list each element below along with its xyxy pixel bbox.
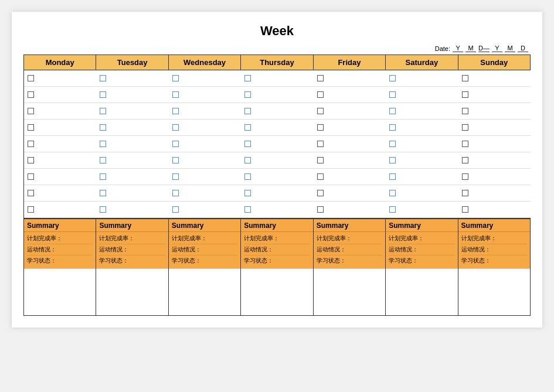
checkbox-saturday-6[interactable] xyxy=(389,173,396,180)
checkbox-cell-monday-5[interactable] xyxy=(24,152,96,169)
checkbox-cell-tuesday-5[interactable] xyxy=(96,152,168,169)
checkbox-cell-saturday-6[interactable] xyxy=(386,169,458,185)
checkbox-cell-wednesday-8[interactable] xyxy=(169,202,241,218)
summary-notes-tuesday[interactable] xyxy=(96,268,168,315)
checkbox-cell-thursday-7[interactable] xyxy=(241,185,313,202)
summary-notes-friday[interactable] xyxy=(314,268,385,315)
checkbox-cell-thursday-3[interactable] xyxy=(241,120,313,136)
checkbox-sunday-7[interactable] xyxy=(462,190,468,196)
checkbox-thursday-6[interactable] xyxy=(244,173,251,180)
checkbox-cell-monday-1[interactable] xyxy=(24,87,96,103)
checkbox-monday-6[interactable] xyxy=(28,173,34,180)
summary-field-wednesday-0[interactable]: 计划完成率： xyxy=(172,233,237,244)
checkbox-friday-2[interactable] xyxy=(317,108,324,114)
checkbox-friday-5[interactable] xyxy=(317,157,324,163)
checkbox-cell-wednesday-7[interactable] xyxy=(169,185,241,202)
checkbox-cell-tuesday-4[interactable] xyxy=(96,136,168,152)
checkbox-cell-tuesday-0[interactable] xyxy=(96,70,168,87)
date-y1[interactable]: Y xyxy=(453,45,463,52)
checkbox-sunday-5[interactable] xyxy=(462,157,468,163)
checkbox-tuesday-6[interactable] xyxy=(100,173,106,180)
checkbox-tuesday-5[interactable] xyxy=(100,157,106,163)
checkbox-wednesday-0[interactable] xyxy=(172,75,179,81)
checkbox-cell-wednesday-2[interactable] xyxy=(169,103,241,120)
checkbox-thursday-7[interactable] xyxy=(244,190,251,196)
checkbox-tuesday-8[interactable] xyxy=(100,206,106,213)
checkbox-cell-tuesday-3[interactable] xyxy=(96,120,168,136)
checkbox-thursday-0[interactable] xyxy=(244,75,251,81)
checkbox-cell-thursday-2[interactable] xyxy=(241,103,313,120)
checkbox-cell-saturday-1[interactable] xyxy=(386,87,458,103)
checkbox-cell-saturday-2[interactable] xyxy=(386,103,458,120)
checkbox-cell-friday-3[interactable] xyxy=(314,120,386,136)
summary-field-friday-0[interactable]: 计划完成率： xyxy=(317,233,382,244)
checkbox-cell-sunday-8[interactable] xyxy=(458,202,531,218)
checkbox-cell-friday-6[interactable] xyxy=(314,169,386,185)
summary-notes-wednesday[interactable] xyxy=(169,268,240,315)
checkbox-monday-5[interactable] xyxy=(28,157,34,163)
date-d1[interactable]: D— xyxy=(478,45,490,52)
checkbox-cell-monday-2[interactable] xyxy=(24,103,96,120)
checkbox-sunday-6[interactable] xyxy=(462,173,468,180)
checkbox-cell-monday-0[interactable] xyxy=(24,70,96,87)
checkbox-cell-friday-7[interactable] xyxy=(314,185,386,202)
summary-field-tuesday-1[interactable]: 运动情况： xyxy=(99,244,165,255)
checkbox-cell-monday-8[interactable] xyxy=(24,202,96,218)
checkbox-cell-thursday-5[interactable] xyxy=(241,152,313,169)
checkbox-cell-saturday-5[interactable] xyxy=(386,152,458,169)
summary-field-sunday-2[interactable]: 学习状态： xyxy=(461,255,527,266)
checkbox-sunday-1[interactable] xyxy=(462,91,468,98)
date-m1[interactable]: M xyxy=(465,45,476,52)
checkbox-wednesday-7[interactable] xyxy=(172,190,179,196)
checkbox-cell-sunday-3[interactable] xyxy=(458,120,531,136)
summary-field-saturday-1[interactable]: 运动情况： xyxy=(389,244,454,255)
date-m2[interactable]: M xyxy=(505,45,515,52)
checkbox-sunday-3[interactable] xyxy=(462,124,468,131)
checkbox-wednesday-1[interactable] xyxy=(172,91,179,98)
checkbox-monday-2[interactable] xyxy=(28,108,34,114)
checkbox-cell-friday-4[interactable] xyxy=(314,136,386,152)
summary-field-friday-1[interactable]: 运动情况： xyxy=(317,244,382,255)
date-d2[interactable]: D xyxy=(518,45,528,52)
summary-notes-monday[interactable] xyxy=(24,268,96,315)
summary-field-wednesday-1[interactable]: 运动情况： xyxy=(172,244,237,255)
checkbox-cell-friday-2[interactable] xyxy=(314,103,386,120)
checkbox-friday-6[interactable] xyxy=(317,173,324,180)
checkbox-friday-1[interactable] xyxy=(317,91,324,98)
checkbox-cell-tuesday-1[interactable] xyxy=(96,87,168,103)
checkbox-friday-7[interactable] xyxy=(317,190,324,196)
checkbox-tuesday-2[interactable] xyxy=(100,108,106,114)
checkbox-cell-friday-8[interactable] xyxy=(314,202,386,218)
checkbox-tuesday-1[interactable] xyxy=(100,91,106,98)
checkbox-thursday-2[interactable] xyxy=(244,108,251,114)
checkbox-saturday-5[interactable] xyxy=(389,157,396,163)
checkbox-thursday-3[interactable] xyxy=(244,124,251,131)
checkbox-monday-8[interactable] xyxy=(28,206,34,213)
checkbox-wednesday-2[interactable] xyxy=(172,108,179,114)
summary-field-saturday-0[interactable]: 计划完成率： xyxy=(389,233,454,244)
checkbox-saturday-7[interactable] xyxy=(389,190,396,196)
checkbox-tuesday-0[interactable] xyxy=(100,75,106,81)
checkbox-friday-3[interactable] xyxy=(317,124,324,131)
checkbox-cell-thursday-4[interactable] xyxy=(241,136,313,152)
checkbox-monday-4[interactable] xyxy=(28,141,34,147)
checkbox-thursday-1[interactable] xyxy=(244,91,251,98)
summary-field-monday-1[interactable]: 运动情况： xyxy=(27,244,93,255)
summary-notes-thursday[interactable] xyxy=(241,268,312,315)
summary-field-thursday-2[interactable]: 学习状态： xyxy=(244,255,310,266)
checkbox-cell-tuesday-6[interactable] xyxy=(96,169,168,185)
checkbox-cell-wednesday-1[interactable] xyxy=(169,87,241,103)
checkbox-cell-monday-6[interactable] xyxy=(24,169,96,185)
checkbox-wednesday-3[interactable] xyxy=(172,124,179,131)
checkbox-cell-sunday-5[interactable] xyxy=(458,152,531,169)
summary-notes-saturday[interactable] xyxy=(386,268,457,315)
summary-field-friday-2[interactable]: 学习状态： xyxy=(317,255,382,266)
checkbox-cell-thursday-1[interactable] xyxy=(241,87,313,103)
summary-field-thursday-1[interactable]: 运动情况： xyxy=(244,244,310,255)
checkbox-monday-3[interactable] xyxy=(28,124,34,131)
checkbox-cell-saturday-8[interactable] xyxy=(386,202,458,218)
checkbox-cell-saturday-3[interactable] xyxy=(386,120,458,136)
checkbox-cell-saturday-4[interactable] xyxy=(386,136,458,152)
checkbox-monday-1[interactable] xyxy=(28,91,34,98)
checkbox-tuesday-3[interactable] xyxy=(100,124,106,131)
